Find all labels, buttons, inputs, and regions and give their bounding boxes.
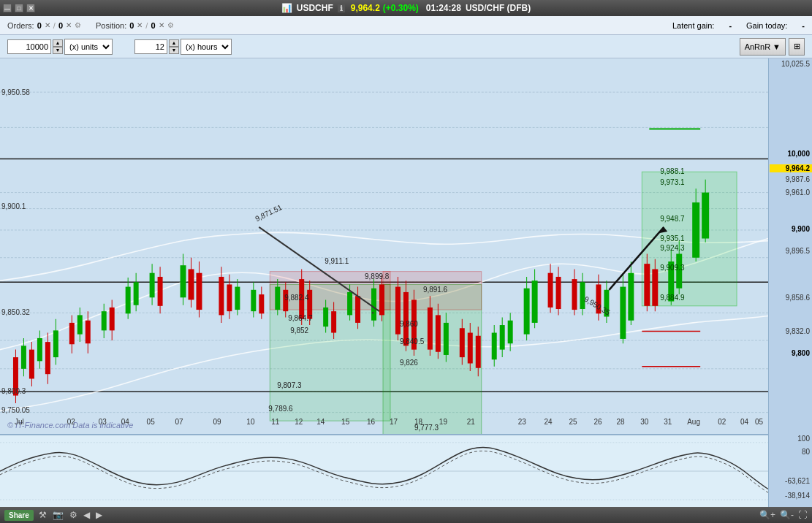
orders-close1[interactable]: ✕ bbox=[45, 21, 50, 29]
price-top: 10,025.5 bbox=[770, 60, 812, 68]
svg-text:09: 09 bbox=[213, 418, 221, 426]
oscillator-panel: 100 80 -63,621 -38,914 bbox=[0, 434, 768, 507]
hours-select[interactable]: (x) hours bbox=[181, 39, 232, 55]
orders-label: Orders: bbox=[7, 21, 34, 30]
svg-text:02: 02 bbox=[718, 418, 726, 426]
price-9900: 9,900 bbox=[770, 225, 812, 233]
minimize-button[interactable]: — bbox=[3, 4, 12, 12]
svg-text:9,826: 9,826 bbox=[400, 358, 418, 366]
zoom-in-icon[interactable]: 🔍+ bbox=[759, 510, 775, 520]
algo-button[interactable]: AnRnR ▼ bbox=[740, 38, 786, 56]
chart-and-oscillator: 9,988.1 9,973.1 9,948.7 9,935.1 9,924.3 … bbox=[0, 58, 768, 507]
svg-text:9,909.3: 9,909.3 bbox=[660, 263, 685, 271]
orders-val1: 0 bbox=[37, 21, 42, 30]
price-9800: 9,800 bbox=[770, 349, 812, 357]
share-button[interactable]: Share bbox=[4, 510, 34, 521]
position-gear[interactable]: ⚙ bbox=[167, 21, 174, 29]
fullscreen-icon[interactable]: ⛶ bbox=[798, 510, 807, 520]
units-group: ▲ ▼ (x) units bbox=[7, 39, 113, 55]
zoom-out-icon[interactable]: 🔍- bbox=[780, 510, 794, 520]
svg-text:23: 23 bbox=[518, 418, 526, 426]
latent-label: Latent gain: bbox=[672, 21, 715, 30]
price-10000: 10,000 bbox=[770, 150, 812, 158]
latent-val: - bbox=[729, 21, 732, 30]
svg-text:17: 17 bbox=[390, 418, 398, 426]
hours-group: ▲ ▼ (x) hours bbox=[134, 39, 232, 55]
svg-text:28: 28 bbox=[616, 418, 624, 426]
svg-text:9,891.6: 9,891.6 bbox=[423, 286, 448, 294]
svg-text:10: 10 bbox=[246, 418, 254, 426]
symbol-label: USDCHF bbox=[297, 3, 333, 13]
screenshot-icon[interactable]: 📷 bbox=[53, 510, 64, 520]
svg-text:9,950.58: 9,950.58 bbox=[1, 88, 30, 96]
svg-text:04: 04 bbox=[740, 418, 748, 426]
hours-down[interactable]: ▼ bbox=[169, 47, 179, 54]
svg-text:9,948.7: 9,948.7 bbox=[660, 215, 685, 223]
svg-text:31: 31 bbox=[664, 418, 672, 426]
orders-gear[interactable]: ⚙ bbox=[75, 21, 81, 29]
units-input[interactable] bbox=[7, 39, 51, 54]
position-close2[interactable]: ✕ bbox=[159, 21, 164, 29]
price-9961: 9,961.0 bbox=[770, 188, 812, 196]
units-select[interactable]: (x) units bbox=[64, 39, 113, 55]
svg-text:26: 26 bbox=[593, 418, 602, 426]
svg-text:9,840.5: 9,840.5 bbox=[400, 337, 425, 346]
nav-left-icon[interactable]: ◀ bbox=[83, 510, 90, 520]
units-down[interactable]: ▼ bbox=[53, 47, 63, 54]
svg-text:21: 21 bbox=[467, 418, 475, 426]
price-change: (+0.30%) bbox=[383, 3, 419, 13]
tools-icon[interactable]: ⚒ bbox=[39, 510, 47, 520]
gain-section: Latent gain: - Gain today: - bbox=[672, 21, 805, 30]
close-button[interactable]: ✕ bbox=[26, 4, 35, 12]
orders-close2[interactable]: ✕ bbox=[66, 21, 72, 29]
svg-text:9,899.8: 9,899.8 bbox=[365, 272, 390, 280]
svg-text:24: 24 bbox=[545, 418, 553, 426]
price-9987: 9,987.6 bbox=[770, 175, 812, 183]
orders-bar: Orders: 0 ✕ / 0 ✕ ⚙ Position: 0 ✕ / 0 ✕ … bbox=[0, 16, 812, 35]
svg-text:Aug: Aug bbox=[687, 418, 700, 426]
svg-text:12: 12 bbox=[295, 418, 303, 426]
position-val1: 0 bbox=[129, 21, 134, 30]
price-9896: 9,896.5 bbox=[770, 247, 812, 255]
bottom-right-controls: 🔍+ 🔍- ⛶ bbox=[759, 510, 808, 520]
units-up[interactable]: ▲ bbox=[53, 39, 63, 47]
svg-text:03: 03 bbox=[99, 418, 107, 426]
svg-text:9,750.05: 9,750.05 bbox=[1, 405, 30, 413]
svg-text:9,807.3: 9,807.3 bbox=[277, 381, 302, 389]
svg-text:9,973.1: 9,973.1 bbox=[660, 178, 685, 186]
svg-text:16: 16 bbox=[367, 418, 375, 426]
osc-label-100: 100 bbox=[770, 435, 812, 443]
svg-text:30: 30 bbox=[640, 418, 648, 426]
position-close1[interactable]: ✕ bbox=[137, 21, 143, 29]
maximize-button[interactable]: □ bbox=[15, 4, 23, 12]
algo-dropdown-icon[interactable]: ▼ bbox=[773, 42, 781, 51]
svg-text:9,900.1: 9,900.1 bbox=[1, 202, 26, 210]
svg-text:04: 04 bbox=[121, 418, 129, 426]
chart-svg: 9,988.1 9,973.1 9,948.7 9,935.1 9,924.3 … bbox=[0, 58, 768, 434]
price-axis: 10,025.5 10,000 9,964.2 9,987.6 9,961.0 … bbox=[768, 58, 812, 507]
svg-text:15: 15 bbox=[341, 418, 349, 426]
gain-label: Gain today: bbox=[746, 21, 787, 30]
settings-icon[interactable]: ⚙ bbox=[69, 510, 77, 520]
nav-right-icon[interactable]: ▶ bbox=[96, 510, 102, 520]
orders-section: Orders: 0 ✕ / 0 ✕ ⚙ bbox=[7, 21, 81, 30]
expand-button[interactable]: ⊞ bbox=[789, 38, 805, 56]
hours-up[interactable]: ▲ bbox=[169, 39, 179, 47]
svg-text:9,850.32: 9,850.32 bbox=[1, 308, 30, 316]
timestamp: 01:24:28 bbox=[426, 3, 461, 13]
osc-label-neg38: -38,914 bbox=[770, 492, 812, 500]
hours-spinner[interactable]: ▲ ▼ bbox=[169, 39, 179, 54]
units-spinner[interactable]: ▲ ▼ bbox=[53, 39, 63, 54]
chart-area[interactable]: 9,988.1 9,973.1 9,948.7 9,935.1 9,924.3 … bbox=[0, 58, 768, 434]
osc-label-neg63: -63,621 bbox=[770, 477, 812, 485]
svg-text:02: 02 bbox=[67, 418, 75, 426]
window-controls[interactable]: — □ ✕ bbox=[3, 4, 35, 12]
svg-text:07: 07 bbox=[175, 418, 183, 426]
svg-text:14: 14 bbox=[316, 418, 325, 426]
hours-input[interactable] bbox=[134, 39, 167, 54]
orders-sep: / bbox=[53, 21, 56, 30]
info-icon[interactable]: ℹ bbox=[338, 4, 345, 12]
price-current: 9,964.2 bbox=[770, 164, 812, 172]
svg-text:9,988.1: 9,988.1 bbox=[660, 167, 685, 175]
title-bar: — □ ✕ 📊 USDCHF ℹ 9,964.2 (+0.30%) 01:24:… bbox=[0, 0, 812, 16]
